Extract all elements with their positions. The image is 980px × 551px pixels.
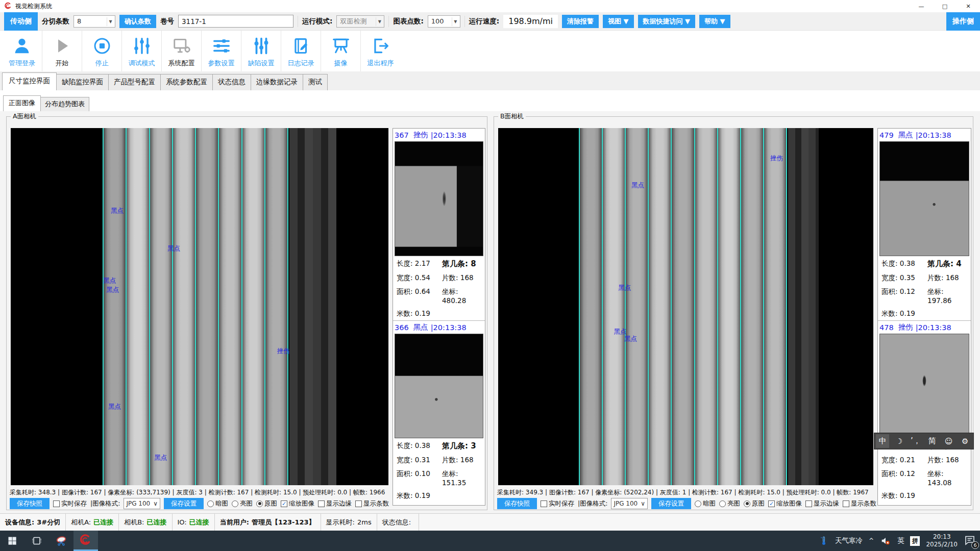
tray-expand-chevron[interactable]: ^	[869, 537, 874, 544]
snipping-tool-icon[interactable]	[49, 531, 74, 551]
roll-number-input[interactable]: 3117-1	[178, 15, 293, 28]
view-menu-button[interactable]: 视图 ▼	[603, 15, 634, 28]
ribbon-button-param-settings[interactable]: 参数设置	[201, 31, 241, 71]
taskbar: 天气寒冷 ^ 英 拼 20:13 2025/2/10 6	[0, 531, 980, 551]
tab-main-4[interactable]: 状态信息	[212, 74, 251, 90]
image-defect-label: 挫伤	[277, 347, 290, 356]
ime-lang-chinese[interactable]: 中	[876, 434, 889, 448]
original-image-radio[interactable]: 原图	[256, 499, 277, 508]
defect-time: |20:13:38	[916, 131, 951, 139]
ribbon-button-log[interactable]: 日志记录	[281, 31, 321, 71]
ime-punctuation-icon[interactable]: ’，	[909, 434, 922, 448]
show-strips-checkbox[interactable]: 显示条数	[355, 499, 389, 508]
bright-image-radio[interactable]: 亮图	[719, 499, 740, 508]
chart-points-select[interactable]: 100▼	[428, 15, 460, 28]
dark-image-radio[interactable]: 暗图	[207, 499, 228, 508]
tab-main-3[interactable]: 系统参数配置	[160, 74, 213, 90]
slit-count-select[interactable]: 8▼	[74, 15, 115, 28]
tab-main-1[interactable]: 缺陷监控界面	[56, 74, 109, 90]
confirm-count-button[interactable]: 确认条数	[119, 15, 156, 28]
tab-sub-0[interactable]: 正面图像	[3, 95, 41, 111]
defect-stat: 长度: 2.17	[397, 259, 442, 269]
start-button[interactable]	[0, 531, 24, 551]
volume-muted-icon[interactable]	[880, 535, 891, 546]
language-indicator[interactable]: 英	[897, 536, 904, 545]
save-settings-button[interactable]: 保存设置	[651, 498, 691, 509]
data-shortcut-menu-button[interactable]: 数据快捷访问 ▼	[638, 15, 696, 28]
dark-image-radio-label: 暗图	[215, 499, 228, 508]
tab-main-6[interactable]: 测试	[303, 74, 328, 90]
radio-icon	[719, 500, 726, 507]
ribbon-button-exit[interactable]: 退出程序	[360, 31, 400, 71]
defect-thumbnail[interactable]	[395, 141, 483, 256]
realtime-save-checkbox-label: 实时保存	[61, 499, 87, 508]
zoom-image-checkbox[interactable]: ✓缩放图像	[768, 499, 802, 508]
tab-main-2[interactable]: 产品型号配置	[108, 74, 161, 90]
weather-status-text[interactable]: 天气寒冷	[835, 536, 863, 545]
camera-a-group-title: A面相机	[11, 112, 38, 121]
save-snapshot-button[interactable]: 保存快照	[497, 498, 537, 509]
ime-settings-icon[interactable]: ⚙	[959, 434, 972, 448]
main-tab-strip: 尺寸监控界面缺陷监控界面产品型号配置系统参数配置状态信息边缘数据记录测试	[0, 71, 980, 90]
zoom-image-checkbox[interactable]: ✓缩放图像	[281, 499, 314, 508]
realtime-save-checkbox-label: 实时保存	[549, 499, 574, 508]
tab-sub-1[interactable]: 分布趋势图表	[40, 97, 89, 111]
app-taskbar-icon[interactable]	[74, 531, 98, 551]
top-toolbar: 传动侧 分切条数 8▼ 确认条数 卷号 3117-1 运行模式: 双面检测▼ 图…	[0, 12, 980, 31]
camera-b-save-controls: 保存快照实时保存|图像格式:JPG 100∨保存设置暗图亮图原图✓缩放图像显示边…	[497, 497, 876, 510]
zoom-image-checkbox-label: 缩放图像	[289, 499, 314, 508]
ime-indicator[interactable]: 拼	[910, 536, 920, 546]
ime-emoji-icon[interactable]: ☺	[942, 434, 955, 448]
save-snapshot-button[interactable]: 保存快照	[10, 498, 50, 509]
debug-sliders-icon	[132, 35, 152, 57]
image-format-select[interactable]: JPG 100∨	[611, 498, 648, 509]
realtime-save-checkbox[interactable]: 实时保存	[541, 499, 574, 508]
image-defect-label: 黑点	[624, 335, 637, 343]
maximize-button[interactable]: □	[933, 0, 957, 12]
original-image-radio[interactable]: 原图	[744, 499, 765, 508]
defect-stat	[442, 309, 482, 318]
defect-header: 366黑点|20:13:38	[395, 321, 483, 334]
ribbon-button-defect-settings[interactable]: 缺陷设置	[241, 31, 281, 71]
close-button[interactable]: ✕	[957, 0, 980, 12]
save-settings-button[interactable]: 保存设置	[164, 498, 204, 509]
ribbon-button-debug-mode[interactable]: 调试模式	[121, 31, 161, 71]
clear-alarm-button[interactable]: 清除报警	[562, 15, 599, 28]
defect-thumbnail[interactable]	[879, 334, 969, 438]
ribbon-button-admin-login[interactable]: 管理登录	[2, 31, 42, 71]
camera-strip	[172, 128, 195, 485]
notification-center-icon[interactable]: 6	[964, 534, 977, 547]
minimize-button[interactable]: —	[910, 0, 933, 12]
tab-main-0[interactable]: 尺寸监控界面	[2, 72, 57, 90]
camera-a-image[interactable]: 黑点黑点黑点黑点挫伤黑点黑点	[11, 128, 388, 485]
bright-image-radio[interactable]: 亮图	[232, 499, 253, 508]
ribbon-button-stop[interactable]: 停止	[82, 31, 121, 71]
defect-thumbnail[interactable]	[879, 141, 969, 256]
task-view-icon[interactable]	[24, 531, 49, 551]
defect-thumbnail[interactable]	[395, 334, 483, 438]
realtime-save-checkbox[interactable]: 实时保存	[53, 499, 87, 508]
ribbon-button-start[interactable]: 开始	[42, 31, 82, 71]
ime-fullwidth-moon-icon[interactable]: ☽	[892, 434, 905, 448]
image-format-select[interactable]: JPG 100∨	[124, 498, 160, 509]
show-edges-checkbox[interactable]: 显示边缘	[318, 499, 352, 508]
operate-side-button[interactable]: 操作侧	[946, 12, 980, 31]
camera-b-image[interactable]: 挫伤黑点黑点黑点黑点	[498, 128, 873, 485]
ime-charset-simplified[interactable]: 简	[925, 434, 939, 448]
dark-image-radio[interactable]: 暗图	[695, 499, 716, 508]
params-sliders-icon	[212, 35, 231, 57]
defect-block: 479黑点|20:13:38长度: 0.38第几条: 4宽度: 0.35片数: …	[878, 129, 971, 319]
ribbon-button-capture[interactable]: 摄像	[321, 31, 360, 71]
thermometer-icon[interactable]	[819, 535, 829, 546]
run-mode-select[interactable]: 双面检测▼	[336, 15, 384, 28]
defect-id: 366	[395, 323, 409, 332]
show-strips-checkbox[interactable]: 显示条数	[843, 499, 876, 508]
help-menu-button[interactable]: 帮助 ▼	[699, 15, 730, 28]
show-edges-checkbox[interactable]: 显示边缘	[805, 499, 839, 508]
tab-main-5[interactable]: 边缘数据记录	[251, 74, 303, 90]
defect-stat: 面积: 0.12	[881, 469, 927, 487]
drive-side-button[interactable]: 传动侧	[4, 12, 38, 31]
defect-type: 黑点	[413, 322, 428, 332]
ribbon-button-system-config[interactable]: 系统配置	[161, 31, 201, 71]
taskbar-clock[interactable]: 20:13 2025/2/10	[926, 533, 958, 548]
